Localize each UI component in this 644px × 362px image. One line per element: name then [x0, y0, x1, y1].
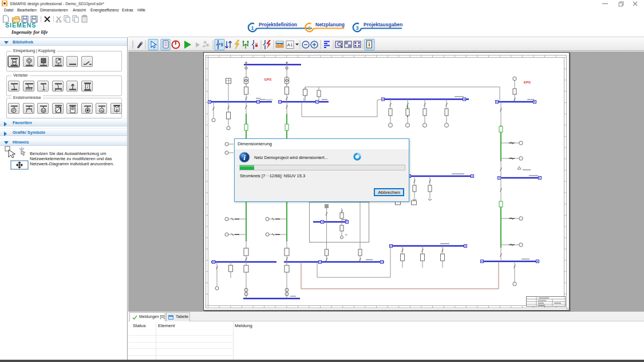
svg-text:i: i: [243, 153, 246, 162]
svg-text:M: M: [42, 109, 45, 113]
svg-text:2: 2: [308, 25, 311, 31]
svg-text:EPS: EPS: [524, 81, 531, 84]
svg-text:GPS: GPS: [264, 78, 272, 81]
svg-text:i: i: [369, 42, 370, 47]
svg-text:Netzplanung: Netzplanung: [315, 22, 345, 27]
svg-text:A1: A1: [287, 42, 293, 47]
svg-text:Netz Demoproject wird dimensio: Netz Demoproject wird dimensioniert...: [254, 155, 328, 160]
svg-text:P: P: [13, 109, 15, 113]
svg-text:1: 1: [251, 25, 254, 31]
svg-text:SD: SD: [566, 308, 569, 310]
svg-text:3: 3: [355, 25, 358, 31]
svg-text:M: M: [345, 233, 347, 236]
svg-text:Projektausgaben: Projektausgaben: [364, 22, 403, 27]
svg-text:P: P: [100, 109, 102, 113]
svg-text:NSHV: NSHV: [266, 98, 272, 101]
svg-text:Stromkreis [7···12/66]: NSUV 1: Stromkreis [7···12/66]: NSUV 15.3: [240, 173, 305, 178]
svg-text:Projektdefinition: Projektdefinition: [259, 22, 297, 27]
svg-text:2: 2: [86, 85, 89, 89]
